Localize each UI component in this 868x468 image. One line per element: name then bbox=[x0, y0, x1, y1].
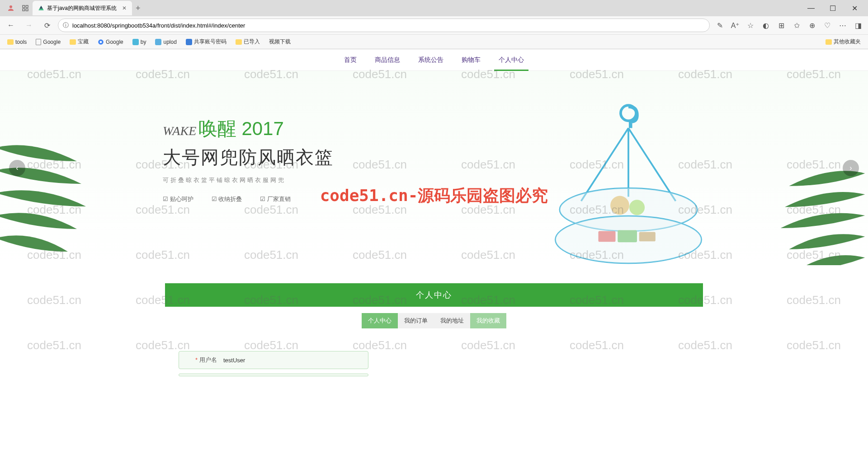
browser-tab[interactable]: 基于java的网购商城管理系统 ✕ bbox=[33, 1, 132, 15]
bookmark-video[interactable]: 视频下载 bbox=[265, 36, 294, 47]
other-bookmarks[interactable]: 其他收藏夹 bbox=[822, 36, 864, 47]
edit-icon[interactable]: ✎ bbox=[713, 19, 726, 32]
svg-rect-8 bbox=[155, 39, 161, 45]
svg-rect-16 bbox=[618, 230, 637, 243]
minimize-button[interactable]: — bbox=[801, 1, 821, 15]
carousel-next-button[interactable]: › bbox=[843, 160, 859, 176]
svg-rect-2 bbox=[26, 5, 28, 8]
more-icon[interactable]: ⋯ bbox=[836, 19, 849, 32]
key-icon bbox=[186, 39, 192, 45]
tab-bar: 基于java的网购商城管理系统 ✕ + — ☐ ✕ bbox=[0, 0, 868, 16]
banner-text: WAKE 唤醒 2017 大号网兜防风晒衣篮 可折叠晾衣篮平铺晾衣网晒衣服网兜 … bbox=[163, 116, 334, 203]
svg-point-6 bbox=[100, 41, 102, 43]
bookmark-share[interactable]: 共享账号密码 bbox=[182, 36, 230, 47]
banner-wake: WAKE bbox=[163, 124, 196, 138]
profile-form: *用户名 bbox=[165, 351, 703, 376]
upload-icon bbox=[155, 39, 161, 45]
window-controls: — ☐ ✕ bbox=[801, 1, 864, 15]
tab-favorites[interactable]: 我的收藏 bbox=[470, 313, 506, 328]
folder-icon bbox=[7, 39, 14, 45]
vue-favicon-icon bbox=[38, 5, 44, 11]
username-label: *用户名 bbox=[185, 356, 217, 364]
username-input[interactable] bbox=[217, 357, 362, 364]
profile-icon[interactable] bbox=[6, 4, 15, 13]
bookmark-by[interactable]: by bbox=[129, 37, 150, 47]
svg-rect-17 bbox=[639, 232, 656, 241]
feature-item: ☑ 贴心呵护 bbox=[163, 195, 193, 203]
svg-point-0 bbox=[9, 5, 12, 8]
bookmark-uplod[interactable]: uplod bbox=[151, 37, 180, 47]
svg-rect-3 bbox=[23, 9, 25, 11]
sidebar-toggle-icon[interactable]: ◨ bbox=[852, 19, 864, 32]
svg-point-18 bbox=[610, 196, 629, 215]
bookmark-imported[interactable]: 已导入 bbox=[232, 36, 264, 47]
favorites-bar-icon[interactable]: ✩ bbox=[790, 19, 803, 32]
bookmark-google2[interactable]: Google bbox=[94, 37, 127, 47]
folder-icon bbox=[70, 39, 76, 45]
link-icon bbox=[132, 39, 139, 45]
banner-subtitle: 可折叠晾衣篮平铺晾衣网晒衣服网兜 bbox=[163, 176, 334, 184]
browser-chrome: 基于java的网购商城管理系统 ✕ + — ☐ ✕ ← → ⟳ ⓘ localh… bbox=[0, 0, 868, 49]
tab-title: 基于java的网购商城管理系统 bbox=[47, 5, 117, 12]
close-window-button[interactable]: ✕ bbox=[844, 1, 864, 15]
favorite-icon[interactable]: ☆ bbox=[744, 19, 757, 32]
page-content: 首页 商品信息 系统公告 购物车 个人中心 WAKE 唤醒 2017 bbox=[0, 49, 868, 468]
back-button[interactable]: ← bbox=[4, 18, 18, 33]
info-icon: ⓘ bbox=[63, 21, 69, 29]
svg-rect-9 bbox=[186, 39, 192, 45]
carousel-banner: WAKE 唤醒 2017 大号网兜防风晒衣篮 可折叠晾衣篮平铺晾衣网晒衣服网兜 … bbox=[0, 71, 868, 265]
svg-rect-7 bbox=[132, 39, 139, 45]
feature-item: ☑ 厂家直销 bbox=[260, 195, 291, 203]
svg-rect-4 bbox=[26, 9, 28, 11]
carousel-prev-button[interactable]: ‹ bbox=[9, 160, 25, 176]
svg-rect-15 bbox=[599, 231, 616, 242]
new-tab-button[interactable]: + bbox=[136, 4, 141, 13]
folder-icon bbox=[236, 39, 242, 45]
tab-profile[interactable]: 个人中心 bbox=[362, 313, 398, 328]
tab-address[interactable]: 我的地址 bbox=[434, 313, 470, 328]
bookmark-baozang[interactable]: 宝藏 bbox=[66, 36, 92, 47]
url-text: localhost:8080/springbootb534a/front/dis… bbox=[72, 22, 245, 29]
bookmark-bar: tools Google 宝藏 Google by uplod 共享账号密码 已… bbox=[0, 34, 868, 49]
nav-home[interactable]: 首页 bbox=[335, 49, 366, 71]
svg-point-19 bbox=[629, 200, 645, 215]
folder-icon bbox=[826, 39, 832, 45]
nav-products[interactable]: 商品信息 bbox=[366, 49, 409, 71]
leaf-decoration-left bbox=[0, 125, 99, 261]
banner-features: ☑ 贴心呵护 ☑ 收纳折叠 ☑ 厂家直销 bbox=[163, 195, 334, 203]
bookmark-tools[interactable]: tools bbox=[4, 37, 30, 47]
svg-rect-1 bbox=[23, 5, 25, 8]
address-bar: ← → ⟳ ⓘ localhost:8080/springbootb534a/f… bbox=[0, 16, 868, 34]
tabs-overview-icon[interactable] bbox=[21, 4, 30, 13]
profile-tabs: 个人中心 我的订单 我的地址 我的收藏 bbox=[0, 313, 868, 328]
page-icon bbox=[36, 39, 41, 45]
product-image bbox=[542, 98, 714, 265]
close-tab-icon[interactable]: ✕ bbox=[117, 5, 127, 11]
nav-notice[interactable]: 系统公告 bbox=[409, 49, 453, 71]
section-header: 个人中心 bbox=[165, 283, 703, 307]
nav-cart[interactable]: 购物车 bbox=[453, 49, 490, 71]
banner-title-year: 唤醒 2017 bbox=[198, 118, 284, 139]
form-row-username: *用户名 bbox=[179, 351, 368, 369]
google-icon bbox=[98, 39, 104, 45]
tab-orders[interactable]: 我的订单 bbox=[398, 313, 434, 328]
url-input[interactable]: ⓘ localhost:8080/springbootb534a/front/d… bbox=[58, 19, 710, 32]
nav-profile[interactable]: 个人中心 bbox=[490, 49, 533, 71]
bookmark-google1[interactable]: Google bbox=[32, 37, 64, 47]
maximize-button[interactable]: ☐ bbox=[823, 1, 843, 15]
refresh-button[interactable]: ⟳ bbox=[40, 18, 54, 33]
forward-button[interactable]: → bbox=[22, 18, 36, 33]
banner-title-product: 大号网兜防风晒衣篮 bbox=[163, 145, 334, 170]
extensions-icon[interactable]: ⊕ bbox=[806, 19, 818, 32]
collections-icon[interactable]: ⊞ bbox=[775, 19, 788, 32]
form-row-next bbox=[179, 374, 368, 376]
read-aloud-icon[interactable]: A⁺ bbox=[729, 19, 741, 32]
main-nav: 首页 商品信息 系统公告 购物车 个人中心 bbox=[0, 49, 868, 71]
feature-item: ☑ 收纳折叠 bbox=[212, 195, 242, 203]
tracking-icon[interactable]: ◐ bbox=[760, 19, 772, 32]
performance-icon[interactable]: ♡ bbox=[821, 19, 834, 32]
